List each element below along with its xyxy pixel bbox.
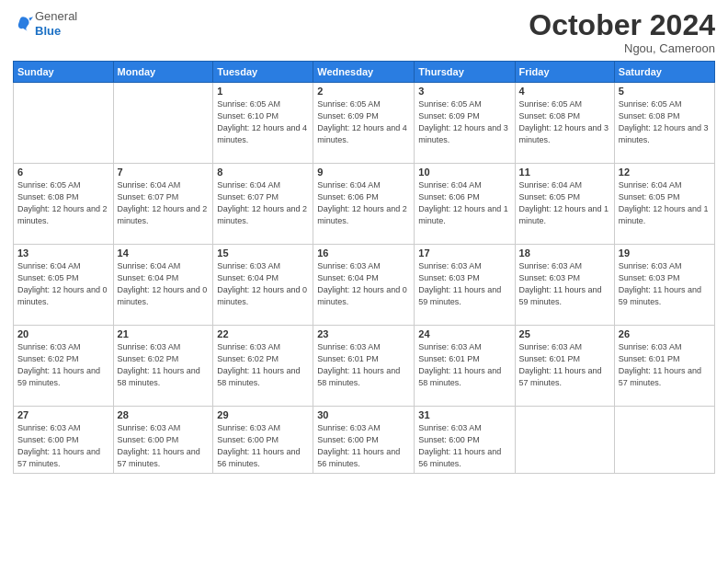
day-number: 22 (217, 328, 309, 339)
day-number: 20 (17, 328, 109, 339)
calendar-cell: 6Sunrise: 6:05 AM Sunset: 6:08 PM Daylig… (14, 164, 114, 245)
calendar-cell: 22Sunrise: 6:03 AM Sunset: 6:02 PM Dayli… (213, 326, 313, 407)
day-info: Sunrise: 6:03 AM Sunset: 6:00 PM Dayligh… (17, 422, 109, 470)
calendar-cell: 16Sunrise: 6:03 AM Sunset: 6:04 PM Dayli… (313, 245, 415, 326)
day-number: 16 (317, 247, 410, 259)
day-number: 2 (317, 86, 410, 97)
calendar-cell: 13Sunrise: 6:04 AM Sunset: 6:05 PM Dayli… (14, 245, 114, 326)
month-title: October 2024 (529, 9, 715, 41)
logo-blue: Blue (35, 24, 77, 39)
calendar-cell: 8Sunrise: 6:04 AM Sunset: 6:07 PM Daylig… (213, 164, 313, 245)
week-row-3: 20Sunrise: 6:03 AM Sunset: 6:02 PM Dayli… (14, 326, 715, 407)
day-info: Sunrise: 6:03 AM Sunset: 6:00 PM Dayligh… (118, 422, 210, 470)
weekday-sunday: Sunday (14, 62, 114, 83)
day-info: Sunrise: 6:03 AM Sunset: 6:02 PM Dayligh… (17, 341, 109, 389)
calendar-cell: 27Sunrise: 6:03 AM Sunset: 6:00 PM Dayli… (14, 407, 114, 474)
day-info: Sunrise: 6:04 AM Sunset: 6:06 PM Dayligh… (418, 179, 510, 227)
calendar-cell: 23Sunrise: 6:03 AM Sunset: 6:01 PM Dayli… (313, 326, 415, 407)
calendar-cell (515, 407, 614, 474)
day-info: Sunrise: 6:03 AM Sunset: 6:02 PM Dayligh… (217, 341, 309, 389)
calendar-cell: 26Sunrise: 6:03 AM Sunset: 6:01 PM Dayli… (614, 326, 714, 407)
calendar-cell: 2Sunrise: 6:05 AM Sunset: 6:09 PM Daylig… (313, 83, 415, 164)
day-number: 6 (17, 167, 109, 178)
day-number: 27 (17, 409, 109, 420)
calendar-header: SundayMondayTuesdayWednesdayThursdayFrid… (14, 62, 715, 83)
day-info: Sunrise: 6:03 AM Sunset: 6:01 PM Dayligh… (317, 341, 410, 389)
day-number: 9 (317, 167, 410, 178)
day-info: Sunrise: 6:04 AM Sunset: 6:05 PM Dayligh… (519, 179, 610, 227)
day-info: Sunrise: 6:04 AM Sunset: 6:07 PM Dayligh… (118, 179, 210, 227)
calendar-cell: 4Sunrise: 6:05 AM Sunset: 6:08 PM Daylig… (515, 83, 614, 164)
day-info: Sunrise: 6:04 AM Sunset: 6:05 PM Dayligh… (17, 260, 109, 308)
day-info: Sunrise: 6:03 AM Sunset: 6:00 PM Dayligh… (418, 422, 510, 470)
day-number: 4 (519, 86, 610, 97)
logo-text: General Blue (35, 9, 77, 38)
day-info: Sunrise: 6:05 AM Sunset: 6:08 PM Dayligh… (619, 98, 711, 146)
day-number: 14 (118, 247, 210, 259)
page-container: General Blue October 2024 Ngou, Cameroon… (0, 0, 728, 483)
day-number: 26 (619, 328, 711, 339)
calendar-cell (614, 407, 714, 474)
day-number: 21 (118, 328, 210, 339)
day-number: 13 (17, 247, 109, 259)
day-info: Sunrise: 6:03 AM Sunset: 6:01 PM Dayligh… (619, 341, 711, 389)
calendar-cell: 31Sunrise: 6:03 AM Sunset: 6:00 PM Dayli… (415, 407, 515, 474)
calendar-cell: 29Sunrise: 6:03 AM Sunset: 6:00 PM Dayli… (213, 407, 313, 474)
week-row-2: 13Sunrise: 6:04 AM Sunset: 6:05 PM Dayli… (14, 245, 715, 326)
calendar-cell: 19Sunrise: 6:03 AM Sunset: 6:03 PM Dayli… (614, 245, 714, 326)
day-number: 18 (519, 247, 610, 259)
day-info: Sunrise: 6:03 AM Sunset: 6:04 PM Dayligh… (217, 260, 309, 308)
day-info: Sunrise: 6:03 AM Sunset: 6:04 PM Dayligh… (317, 260, 410, 308)
day-info: Sunrise: 6:05 AM Sunset: 6:09 PM Dayligh… (418, 98, 510, 146)
calendar-cell: 11Sunrise: 6:04 AM Sunset: 6:05 PM Dayli… (515, 164, 614, 245)
calendar-cell: 28Sunrise: 6:03 AM Sunset: 6:00 PM Dayli… (113, 407, 213, 474)
weekday-tuesday: Tuesday (213, 62, 313, 83)
day-number: 25 (519, 328, 610, 339)
calendar-table: SundayMondayTuesdayWednesdayThursdayFrid… (13, 61, 715, 474)
location: Ngou, Cameroon (529, 41, 715, 55)
day-info: Sunrise: 6:03 AM Sunset: 6:01 PM Dayligh… (418, 341, 510, 389)
calendar-cell: 21Sunrise: 6:03 AM Sunset: 6:02 PM Dayli… (113, 326, 213, 407)
calendar-cell: 20Sunrise: 6:03 AM Sunset: 6:02 PM Dayli… (14, 326, 114, 407)
day-number: 19 (619, 247, 711, 259)
day-info: Sunrise: 6:04 AM Sunset: 6:07 PM Dayligh… (217, 179, 309, 227)
day-info: Sunrise: 6:05 AM Sunset: 6:10 PM Dayligh… (217, 98, 309, 146)
day-number: 11 (519, 167, 610, 178)
day-info: Sunrise: 6:03 AM Sunset: 6:00 PM Dayligh… (317, 422, 410, 470)
day-number: 24 (418, 328, 510, 339)
logo-general: General (35, 9, 77, 24)
calendar-cell: 1Sunrise: 6:05 AM Sunset: 6:10 PM Daylig… (213, 83, 313, 164)
day-number: 8 (217, 167, 309, 178)
day-info: Sunrise: 6:03 AM Sunset: 6:01 PM Dayligh… (519, 341, 610, 389)
calendar-cell (14, 83, 114, 164)
day-number: 23 (317, 328, 410, 339)
day-info: Sunrise: 6:03 AM Sunset: 6:03 PM Dayligh… (619, 260, 711, 308)
day-info: Sunrise: 6:05 AM Sunset: 6:09 PM Dayligh… (317, 98, 410, 146)
day-info: Sunrise: 6:04 AM Sunset: 6:05 PM Dayligh… (619, 179, 711, 227)
calendar-cell (113, 83, 213, 164)
weekday-header-row: SundayMondayTuesdayWednesdayThursdayFrid… (14, 62, 715, 83)
week-row-0: 1Sunrise: 6:05 AM Sunset: 6:10 PM Daylig… (14, 83, 715, 164)
calendar-cell: 25Sunrise: 6:03 AM Sunset: 6:01 PM Dayli… (515, 326, 614, 407)
day-number: 1 (217, 86, 309, 97)
calendar-cell: 14Sunrise: 6:04 AM Sunset: 6:04 PM Dayli… (113, 245, 213, 326)
day-number: 10 (418, 167, 510, 178)
day-number: 29 (217, 409, 309, 420)
calendar-cell: 10Sunrise: 6:04 AM Sunset: 6:06 PM Dayli… (415, 164, 515, 245)
weekday-friday: Friday (515, 62, 614, 83)
day-number: 28 (118, 409, 210, 420)
day-number: 3 (418, 86, 510, 97)
calendar-cell: 3Sunrise: 6:05 AM Sunset: 6:09 PM Daylig… (415, 83, 515, 164)
weekday-monday: Monday (113, 62, 213, 83)
header: General Blue October 2024 Ngou, Cameroon (13, 9, 715, 55)
calendar-cell: 15Sunrise: 6:03 AM Sunset: 6:04 PM Dayli… (213, 245, 313, 326)
day-info: Sunrise: 6:03 AM Sunset: 6:03 PM Dayligh… (418, 260, 510, 308)
logo: General Blue (13, 9, 77, 38)
day-number: 12 (619, 167, 711, 178)
calendar-cell: 12Sunrise: 6:04 AM Sunset: 6:05 PM Dayli… (614, 164, 714, 245)
calendar-cell: 30Sunrise: 6:03 AM Sunset: 6:00 PM Dayli… (313, 407, 415, 474)
day-number: 5 (619, 86, 711, 97)
day-info: Sunrise: 6:03 AM Sunset: 6:00 PM Dayligh… (217, 422, 309, 470)
day-info: Sunrise: 6:03 AM Sunset: 6:03 PM Dayligh… (519, 260, 610, 308)
day-number: 7 (118, 167, 210, 178)
